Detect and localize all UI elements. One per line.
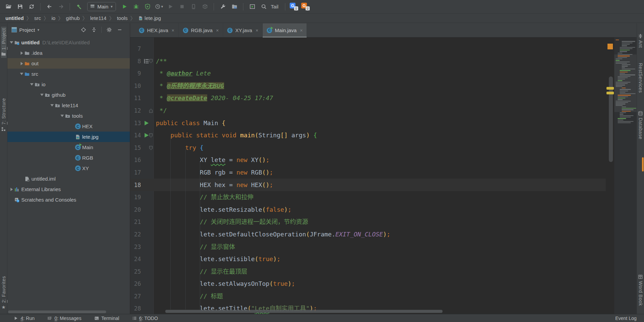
code-line-25[interactable]: 25 // 显示在最顶层 bbox=[130, 266, 606, 278]
stop-disabled-icon[interactable] bbox=[177, 2, 187, 12]
settings-gear-button[interactable] bbox=[105, 26, 113, 34]
sync-icon[interactable] bbox=[26, 2, 37, 12]
breadcrumb-item[interactable]: lete114 bbox=[90, 15, 107, 21]
code-line-23[interactable]: 23 // 显示窗体 bbox=[130, 241, 606, 253]
error-stripe[interactable] bbox=[606, 38, 614, 314]
run-gutter-icon[interactable] bbox=[144, 129, 149, 142]
code-line-7[interactable]: 7 bbox=[130, 43, 606, 55]
toolwindow-tab-database[interactable]: Database bbox=[638, 110, 643, 141]
code-line-8[interactable]: 8 /** bbox=[130, 55, 606, 68]
project-tree-hscrollbar[interactable] bbox=[8, 310, 106, 313]
code-line-12[interactable]: 12 */ bbox=[130, 105, 606, 117]
editor-tab-hex.java[interactable]: C HEX.java × bbox=[135, 23, 179, 37]
close-icon[interactable]: × bbox=[300, 28, 303, 33]
tree-item-lete.jpg[interactable]: lete.jpg bbox=[7, 132, 130, 142]
code-line-11[interactable]: 11 * @createDate 2020- 04-25 17:47 bbox=[130, 92, 606, 105]
breadcrumb-item[interactable]: tools bbox=[116, 15, 128, 21]
build-hammer-icon[interactable] bbox=[74, 2, 84, 12]
run-disabled-icon[interactable] bbox=[165, 2, 175, 12]
editor-hscrollbar[interactable] bbox=[165, 310, 443, 313]
toolwindow-tab-favorites[interactable]: 2: Favorites ★ bbox=[1, 275, 6, 311]
translate-orange-icon[interactable]: G文 bbox=[301, 2, 311, 12]
tree-expand-arrow[interactable] bbox=[9, 188, 14, 191]
code-line-10[interactable]: 10 * @乐特的程序永无BUG bbox=[130, 80, 606, 92]
tree-expand-arrow[interactable] bbox=[19, 73, 24, 75]
gutter-mark-icon[interactable] bbox=[144, 55, 149, 68]
code-line-24[interactable]: 24 lete.setVisible(true); bbox=[130, 253, 606, 266]
fold-marker[interactable] bbox=[149, 129, 154, 142]
code-line-15[interactable]: 15 try { bbox=[130, 142, 606, 154]
toolwindow-tab-ant[interactable]: Ant bbox=[638, 32, 643, 49]
tree-item-scratches-and-consoles[interactable]: Scratches and Consoles bbox=[7, 194, 130, 205]
forward-icon[interactable] bbox=[56, 2, 66, 12]
tree-item-external-libraries[interactable]: External Libraries bbox=[7, 184, 130, 194]
warning-mark[interactable] bbox=[606, 92, 614, 94]
coverage-icon[interactable] bbox=[142, 2, 152, 12]
code-line-22[interactable]: 22 lete.setDefaultCloseOperation(JFrame.… bbox=[130, 228, 606, 241]
tree-item-rgb[interactable]: C RGB bbox=[7, 153, 130, 163]
code-line-13[interactable]: 13 public class Main { bbox=[130, 117, 606, 130]
fold-marker[interactable] bbox=[149, 105, 154, 117]
tree-item-untitled.iml[interactable]: untitled.iml bbox=[7, 174, 130, 184]
tree-expand-arrow[interactable] bbox=[49, 104, 55, 107]
toolwindow-tab-structure[interactable]: 7: Structure bbox=[1, 97, 6, 133]
tree-item-io[interactable]: io bbox=[7, 79, 130, 90]
breadcrumb-item[interactable]: io bbox=[51, 15, 56, 21]
hide-panel-button[interactable] bbox=[116, 26, 124, 34]
fold-marker[interactable] bbox=[149, 55, 154, 68]
code-line-26[interactable]: 26 lete.setAlwaysOnTop(true); bbox=[130, 278, 606, 290]
code-line-20[interactable]: 20 lete.setResizable(false); bbox=[130, 204, 606, 216]
toolwindow-tab-restservices[interactable]: RestServices bbox=[638, 62, 643, 94]
translate-blue-icon[interactable]: G文 bbox=[289, 2, 299, 12]
tree-item-main[interactable]: C Main bbox=[7, 142, 130, 153]
fold-marker[interactable] bbox=[149, 142, 154, 154]
run-anything-icon[interactable] bbox=[247, 2, 257, 12]
statusbar-item-messages[interactable]: 0: Messages bbox=[47, 316, 81, 321]
code-minimap[interactable] bbox=[614, 38, 637, 314]
search-icon[interactable] bbox=[259, 2, 269, 12]
code-line-14[interactable]: 14 public static void main(String[] args… bbox=[130, 129, 606, 142]
close-icon[interactable]: × bbox=[172, 28, 174, 33]
close-icon[interactable]: × bbox=[256, 28, 258, 33]
package-icon[interactable] bbox=[200, 2, 210, 12]
warning-mark[interactable] bbox=[606, 87, 614, 90]
tree-expand-arrow[interactable] bbox=[29, 83, 34, 86]
toolwindow-tab-project[interactable]: 1: Project bbox=[1, 27, 6, 58]
breadcrumb-item[interactable]: src bbox=[33, 15, 42, 21]
breadcrumb-item[interactable]: untitled bbox=[5, 15, 24, 21]
code-line-19[interactable]: 19 // 禁止放大和拉伸 bbox=[130, 191, 606, 204]
breadcrumb-item[interactable]: github bbox=[65, 15, 80, 21]
tree-item-lete114[interactable]: lete114 bbox=[7, 100, 130, 111]
editor-tab-main.java[interactable]: C Main.java × bbox=[263, 23, 307, 37]
code-line-21[interactable]: 21 // 关闭时连同进程一起关闭，节约资源 bbox=[130, 216, 606, 228]
wrench-icon[interactable] bbox=[218, 2, 228, 12]
chevron-down-icon[interactable]: ▾ bbox=[38, 28, 40, 32]
run-icon[interactable] bbox=[119, 2, 129, 12]
statusbar-item-todo[interactable]: 6: TODO bbox=[132, 316, 158, 321]
code-line-18[interactable]: 18 HEX hex = new HEX(); bbox=[130, 179, 606, 191]
code-line-9[interactable]: 9 * @author Lete bbox=[130, 67, 606, 80]
back-icon[interactable] bbox=[44, 2, 54, 12]
tree-item-hex[interactable]: C HEX bbox=[7, 121, 130, 132]
open-folder-icon[interactable] bbox=[3, 2, 14, 12]
debug-icon[interactable] bbox=[131, 2, 141, 12]
tree-expand-arrow[interactable] bbox=[59, 115, 65, 117]
toolwindow-tab-word-book[interactable]: Word Book bbox=[638, 273, 643, 307]
tree-item-xy[interactable]: C XY bbox=[7, 163, 130, 174]
breadcrumb-item[interactable]: lete.jpg bbox=[138, 15, 162, 21]
profiler-icon[interactable]: ▾ bbox=[154, 2, 164, 12]
statusbar-item-run[interactable]: 4: Run bbox=[14, 316, 34, 321]
run-config-combo[interactable]: Main ▾ bbox=[87, 2, 116, 11]
tree-expand-arrow[interactable] bbox=[39, 94, 45, 96]
code-line-17[interactable]: 17 RGB rgb = new RGB(); bbox=[130, 166, 606, 179]
save-icon[interactable] bbox=[15, 2, 25, 12]
tree-item-tools[interactable]: tools bbox=[7, 111, 130, 121]
editor-tab-rgb.java[interactable]: C RGB.java × bbox=[179, 23, 223, 37]
tree-expand-arrow[interactable] bbox=[19, 62, 24, 65]
tree-item-.idea[interactable]: .idea bbox=[7, 48, 130, 58]
tail-label[interactable]: Tail bbox=[271, 4, 279, 9]
tree-item-github[interactable]: github bbox=[7, 90, 130, 100]
tree-item-src[interactable]: src bbox=[7, 69, 130, 79]
tree-item-out[interactable]: out bbox=[7, 58, 130, 69]
collapse-all-button[interactable] bbox=[90, 26, 98, 34]
